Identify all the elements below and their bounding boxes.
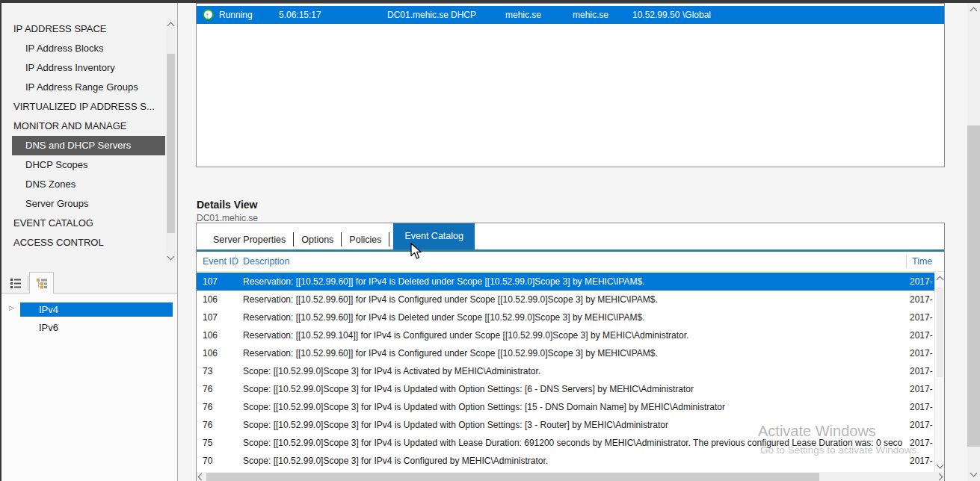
server-ip: 10.52.99.50 xyxy=(632,6,679,24)
tab-options[interactable]: Options xyxy=(294,230,341,249)
sidebar-nav: IP ADDRESS SPACEIP Address BlocksIP Addr… xyxy=(0,19,165,252)
cell-id: 106 xyxy=(203,344,218,362)
cell-time: 2017- xyxy=(910,326,933,344)
scroll-right-icon[interactable] xyxy=(937,474,942,480)
running-status-icon: ↑ xyxy=(203,9,214,20)
cell-desc: Reservation: [[10.52.99.60]] for IPv4 is… xyxy=(243,308,644,326)
scroll-down-icon[interactable] xyxy=(971,471,976,476)
window-top-border xyxy=(0,0,980,3)
page-scrollbar-thumb[interactable] xyxy=(967,125,980,447)
window-left-border xyxy=(0,0,1,481)
server-row-selected[interactable]: ↑ Running 5.06:15:17 DC01.mehic.se DHCP … xyxy=(197,6,944,24)
sidebar-scrollbar[interactable] xyxy=(166,19,176,263)
cell-id: 107 xyxy=(203,273,218,291)
ipam-console-window: IP ADDRESS SPACEIP Address BlocksIP Addr… xyxy=(0,0,980,481)
cell-time: 2017- xyxy=(910,273,933,291)
table-row[interactable]: 106Reservation: [[10.52.99.60]] for IPv4… xyxy=(197,344,934,362)
cell-id: 73 xyxy=(203,362,212,380)
sidebar-scrollbar-thumb[interactable] xyxy=(167,54,175,233)
server-type: DHCP xyxy=(451,6,476,24)
column-header-description[interactable]: Description xyxy=(243,252,290,271)
expand-arrow-icon[interactable]: ▷ xyxy=(9,304,14,311)
cell-time: 2017- xyxy=(910,291,933,308)
table-row[interactable]: 107Reservation: [[10.52.99.60]] for IPv4… xyxy=(197,308,934,326)
sidebar-item-dns-and-dhcp-servers[interactable]: DNS and DHCP Servers xyxy=(12,136,165,155)
cell-id: 75 xyxy=(203,434,212,452)
scrollbar-thumb[interactable] xyxy=(937,288,943,377)
sidebar-item-ip-address-inventory[interactable]: IP Address Inventory xyxy=(0,58,165,78)
scroll-left-icon[interactable] xyxy=(199,474,204,480)
list-view-tab[interactable] xyxy=(4,273,27,293)
sidebar-item-dhcp-scopes[interactable]: DHCP Scopes xyxy=(0,155,165,175)
scrollbar-thumb[interactable] xyxy=(206,473,819,481)
cell-id: 70 xyxy=(203,452,212,470)
tree-view-tab[interactable] xyxy=(29,272,54,294)
cell-desc: Reservation: [[10.52.99.60]] for IPv4 is… xyxy=(243,344,658,362)
cell-desc: Reservation: [[10.52.99.60]] for IPv4 is… xyxy=(243,291,658,308)
table-row[interactable]: 107Reservation: [[10.52.99.60]] for IPv4… xyxy=(197,273,934,291)
tab-server-properties[interactable]: Server Properties xyxy=(206,230,293,249)
cell-id: 76 xyxy=(203,416,212,434)
cell-desc: Reservation: [[10.52.99.60]] for IPv4 is… xyxy=(243,273,644,291)
cell-time: 2017- xyxy=(910,416,933,434)
details-view-title: Details View xyxy=(197,199,257,211)
tree-item-ipv6[interactable]: IPv6 xyxy=(39,322,58,334)
scroll-up-icon[interactable] xyxy=(937,277,943,282)
tab-policies[interactable]: Policies xyxy=(342,230,389,249)
cell-desc: Scope: [[10.52.99.0]Scope 3] for IPv4 is… xyxy=(243,362,540,380)
server-status: Running xyxy=(219,6,253,24)
cell-desc: Reservation: [[10.52.99.104]] for IPv4 i… xyxy=(243,326,688,344)
scroll-up-icon[interactable] xyxy=(168,23,173,28)
sidebar-item-virtualized-ip-address-s[interactable]: VIRTUALIZED IP ADDRESS S... xyxy=(0,97,165,117)
scroll-down-icon[interactable] xyxy=(168,254,173,259)
cell-id: 106 xyxy=(203,326,218,344)
tab-event-catalog[interactable]: Event Catalog xyxy=(393,223,475,249)
cell-time: 2017- xyxy=(910,434,933,452)
table-row[interactable]: 106Reservation: [[10.52.99.60]] for IPv4… xyxy=(197,291,934,308)
tree-item-ipv4[interactable]: IPv4 xyxy=(20,302,173,317)
sidebar-item-ip-address-blocks[interactable]: IP Address Blocks xyxy=(0,39,165,58)
table-row[interactable]: 106Reservation: [[10.52.99.104]] for IPv… xyxy=(197,326,934,344)
event-table-horizontal-scrollbar[interactable] xyxy=(197,472,944,481)
page-scrollbar[interactable] xyxy=(967,3,980,481)
sidebar-item-event-catalog[interactable]: EVENT CATALOG xyxy=(0,214,165,233)
cell-time: 2017- xyxy=(910,308,933,326)
list-view-icon xyxy=(10,278,22,288)
sidebar-item-dns-zones[interactable]: DNS Zones xyxy=(0,175,165,194)
tree-view-icon xyxy=(36,278,48,289)
sidebar-item-server-groups[interactable]: Server Groups xyxy=(0,194,165,214)
scroll-down-icon[interactable] xyxy=(937,462,943,468)
table-row[interactable]: 75Scope: [[10.52.99.0]Scope 3] for IPv4 … xyxy=(197,434,934,452)
table-row[interactable]: 76Scope: [[10.52.99.0]Scope 3] for IPv4 … xyxy=(197,380,934,398)
event-table-body: 107Reservation: [[10.52.99.60]] for IPv4… xyxy=(197,273,934,471)
server-forest: mehic.se xyxy=(573,6,608,24)
tab-separator xyxy=(389,232,389,246)
details-view-subtitle: DC01.mehic.se xyxy=(197,213,258,223)
sidebar-item-access-control[interactable]: ACCESS CONTROL xyxy=(0,233,165,252)
column-divider[interactable] xyxy=(906,255,907,268)
server-name: DC01.mehic.se xyxy=(387,6,449,24)
scroll-up-icon[interactable] xyxy=(971,8,976,13)
event-table-vertical-scrollbar[interactable] xyxy=(934,273,944,472)
table-row[interactable]: 76Scope: [[10.52.99.0]Scope 3] for IPv4 … xyxy=(197,398,934,416)
table-row[interactable]: 73Scope: [[10.52.99.0]Scope 3] for IPv4 … xyxy=(197,362,934,380)
column-header-time[interactable]: Time xyxy=(912,252,932,271)
cell-time: 2017- xyxy=(910,452,933,470)
sidebar-item-ip-address-range-groups[interactable]: IP Address Range Groups xyxy=(0,78,165,97)
table-row[interactable]: 70Scope: [[10.52.99.0]Scope 3] for IPv4 … xyxy=(197,452,934,470)
table-row[interactable]: 76Scope: [[10.52.99.0]Scope 3] for IPv4 … xyxy=(197,416,934,434)
cell-desc: Scope: [[10.52.99.0]Scope 3] for IPv4 is… xyxy=(243,452,548,470)
view-switcher xyxy=(0,272,177,294)
server-duration: 5.06:15:17 xyxy=(279,6,321,24)
cell-id: 106 xyxy=(203,291,218,308)
cell-time: 2017- xyxy=(910,362,933,380)
cell-desc: Scope: [[10.52.99.0]Scope 3] for IPv4 is… xyxy=(243,380,694,398)
sidebar-item-ip-address-space[interactable]: IP ADDRESS SPACE xyxy=(0,19,165,39)
column-header-event-id[interactable]: Event ID xyxy=(203,252,238,271)
cell-desc: Scope: [[10.52.99.0]Scope 3] for IPv4 is… xyxy=(243,416,668,434)
sidebar-item-monitor-and-manage[interactable]: MONITOR AND MANAGE xyxy=(0,117,165,136)
server-domain: mehic.se xyxy=(505,6,541,24)
server-access-scope: \Global xyxy=(682,6,711,24)
server-list-panel: ↑ Running 5.06:15:17 DC01.mehic.se DHCP … xyxy=(196,3,945,167)
column-divider[interactable] xyxy=(235,255,236,268)
